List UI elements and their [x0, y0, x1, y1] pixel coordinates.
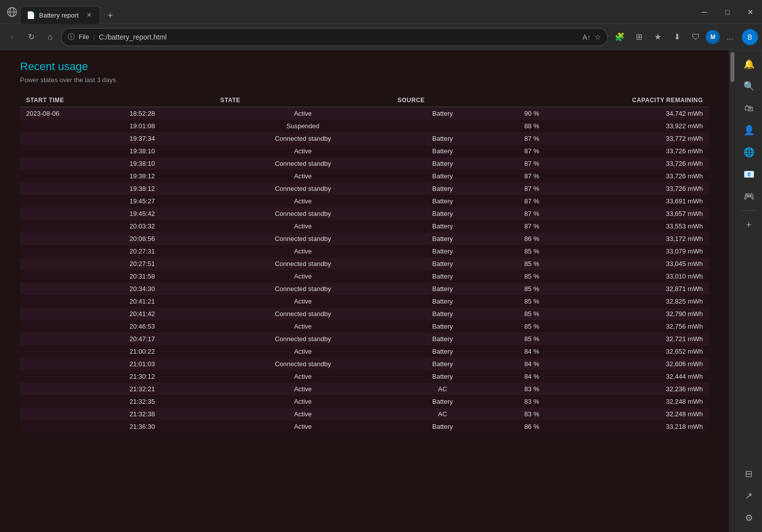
cell-percent: 83 % [493, 383, 570, 395]
header-start-time: START TIME [20, 94, 214, 107]
active-tab[interactable]: 📄 Battery report ✕ [20, 6, 100, 24]
cell-mwh: 32,790 mWh [570, 308, 709, 320]
read-aloud-icon[interactable]: A↑ [583, 33, 591, 41]
cell-time: 20:41:21 [128, 295, 214, 308]
sidebar-search[interactable]: 🔍 [739, 76, 759, 96]
profile-avatar[interactable]: M [706, 30, 720, 44]
cell-mwh: 33,772 mWh [570, 132, 709, 145]
cell-source: AC [392, 383, 494, 395]
url-bar[interactable]: ⓘ File | C:/battery_report.html A↑ ☆ [61, 28, 608, 46]
minimize-button[interactable]: ─ [693, 0, 716, 24]
browser-essentials-button[interactable]: 🛡 [687, 28, 705, 46]
table-row: 19:45:42Connected standbyBattery87 %33,6… [20, 207, 709, 220]
cell-mwh: 32,652 mWh [570, 345, 709, 358]
cell-date [20, 283, 128, 295]
cell-mwh: 32,825 mWh [570, 295, 709, 308]
cell-time: 20:31:58 [128, 270, 214, 283]
sidebar-notifications[interactable]: 🔔 [739, 54, 759, 74]
cell-state: Active [214, 395, 392, 408]
table-row: 19:37:34Connected standbyBattery87 %33,7… [20, 132, 709, 145]
cell-state: Active [214, 145, 392, 157]
cell-percent: 87 % [493, 132, 570, 145]
cell-mwh: 32,606 mWh [570, 358, 709, 370]
cell-source: Battery [392, 157, 494, 170]
home-button[interactable]: ⌂ [42, 29, 58, 45]
section-title: Recent usage [20, 60, 709, 73]
back-button[interactable]: ‹ [4, 29, 20, 45]
bing-button[interactable]: B [742, 29, 758, 45]
favorites-icon[interactable]: ☆ [595, 33, 601, 41]
secure-icon: ⓘ [68, 33, 75, 42]
table-row: 19:38:10Connected standbyBattery87 %33,7… [20, 157, 709, 170]
tab-close-button[interactable]: ✕ [85, 11, 94, 20]
cell-percent: 85 % [493, 333, 570, 345]
table-row: 21:01:03Connected standbyBattery84 %32,6… [20, 358, 709, 370]
table-row: 20:08:56Connected standbyBattery86 %33,1… [20, 232, 709, 245]
sidebar-add[interactable]: + [739, 215, 759, 235]
maximize-button[interactable]: □ [716, 0, 739, 24]
cell-time: 19:38:12 [128, 182, 214, 195]
cell-percent: 85 % [493, 257, 570, 270]
cell-date [20, 145, 128, 157]
address-bar: ‹ ↻ ⌂ ⓘ File | C:/battery_report.html A↑… [0, 24, 762, 50]
cell-source: Battery [392, 182, 494, 195]
table-row: 20:41:42Connected standbyBattery85 %32,7… [20, 308, 709, 320]
cell-date [20, 420, 128, 433]
sidebar-browser-essentials[interactable]: 🌐 [739, 142, 759, 162]
cell-date [20, 395, 128, 408]
main-layout: Recent usage Power states over the last … [0, 50, 762, 532]
cell-source: Battery [392, 370, 494, 383]
cell-mwh: 33,922 mWh [570, 120, 709, 132]
table-row: 19:38:10ActiveBattery87 %33,726 mWh [20, 145, 709, 157]
new-tab-button[interactable]: + [102, 8, 118, 24]
cell-percent: 85 % [493, 320, 570, 333]
cell-source: Battery [392, 257, 494, 270]
sidebar-outlook[interactable]: 📧 [739, 164, 759, 184]
browser-icon[interactable] [4, 4, 20, 20]
cell-time: 21:36:30 [128, 420, 214, 433]
cell-percent: 86 % [493, 232, 570, 245]
table-row: 20:31:58ActiveBattery85 %33,010 mWh [20, 270, 709, 283]
cell-state: Suspended [214, 120, 392, 132]
sidebar-split-layout[interactable]: ⊟ [739, 464, 759, 484]
add-favorites-button[interactable]: ★ [649, 28, 667, 46]
cell-percent: 87 % [493, 207, 570, 220]
table-row: 20:46:53ActiveBattery85 %32,756 mWh [20, 320, 709, 333]
cell-time: 19:37:34 [128, 132, 214, 145]
table-row: 20:03:32ActiveBattery87 %33,553 mWh [20, 220, 709, 232]
cell-mwh: 33,726 mWh [570, 182, 709, 195]
scrollbar-track[interactable] [729, 50, 736, 532]
cell-date [20, 408, 128, 420]
sidebar-personas[interactable]: 👤 [739, 120, 759, 140]
sidebar-shopping[interactable]: 🛍 [739, 98, 759, 118]
cell-time: 20:46:53 [128, 320, 214, 333]
main-content: Recent usage Power states over the last … [0, 50, 729, 532]
tab-favicon: 📄 [27, 11, 35, 19]
cell-state: Active [214, 345, 392, 358]
header-source: SOURCE [392, 94, 494, 107]
sidebar-settings[interactable]: ⚙ [739, 508, 759, 528]
cell-mwh: 33,726 mWh [570, 145, 709, 157]
downloads-button[interactable]: ⬇ [668, 28, 686, 46]
cell-state: Active [214, 383, 392, 395]
split-screen-button[interactable]: ⊞ [630, 28, 648, 46]
cell-date [20, 308, 128, 320]
close-button[interactable]: ✕ [739, 0, 762, 24]
scrollbar-thumb[interactable] [730, 52, 734, 82]
titlebar: 📄 Battery report ✕ + ─ □ ✕ [0, 0, 762, 24]
sidebar-feedback[interactable]: ↗ [739, 486, 759, 506]
sidebar-games[interactable]: 🎮 [739, 186, 759, 206]
cell-state: Connected standby [214, 132, 392, 145]
more-button[interactable]: ... [721, 28, 739, 46]
cell-mwh: 33,010 mWh [570, 270, 709, 283]
cell-date [20, 207, 128, 220]
cell-mwh: 33,045 mWh [570, 257, 709, 270]
cell-percent: 90 % [493, 107, 570, 120]
refresh-button[interactable]: ↻ [23, 29, 39, 45]
cell-percent: 87 % [493, 170, 570, 182]
tab-title: Battery report [39, 12, 81, 19]
cell-source: Battery [392, 333, 494, 345]
extensions-button[interactable]: 🧩 [611, 28, 629, 46]
cell-state: Connected standby [214, 333, 392, 345]
cell-date [20, 320, 128, 333]
